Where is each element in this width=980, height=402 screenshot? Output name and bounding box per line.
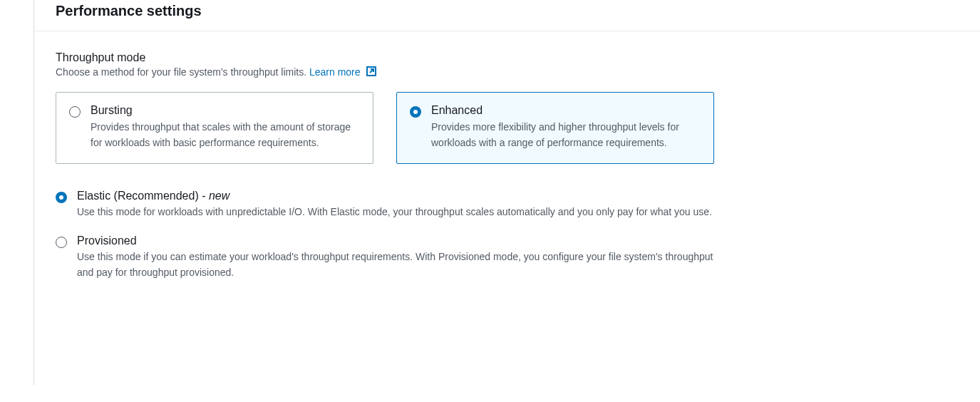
learn-more-text: Learn more	[309, 66, 361, 78]
section-title: Performance settings	[56, 3, 959, 19]
panel-header: Performance settings	[34, 0, 980, 31]
radio-bursting[interactable]	[69, 106, 81, 118]
option-elastic-description: Use this mode for workloads with unpredi…	[77, 204, 726, 220]
tile-bursting-content: Bursting Provides throughput that scales…	[91, 104, 360, 150]
tile-bursting-description: Provides throughput that scales with the…	[91, 120, 360, 150]
external-link-icon	[366, 66, 377, 79]
option-provisioned-description: Use this mode if you can estimate your w…	[77, 249, 726, 281]
option-elastic[interactable]: Elastic (Recommended) - new Use this mod…	[56, 190, 726, 220]
option-elastic-content: Elastic (Recommended) - new Use this mod…	[77, 190, 726, 220]
enhanced-sub-options: Elastic (Recommended) - new Use this mod…	[56, 190, 726, 280]
tile-enhanced-content: Enhanced Provides more flexibility and h…	[431, 104, 701, 150]
radio-provisioned[interactable]	[56, 237, 67, 248]
option-elastic-title-text: Elastic (Recommended)	[77, 190, 199, 202]
option-elastic-title: Elastic (Recommended) - new	[77, 190, 726, 202]
learn-more-link[interactable]: Learn more	[309, 66, 377, 78]
tile-bursting-title: Bursting	[91, 104, 360, 117]
tile-enhanced-description: Provides more flexibility and higher thr…	[431, 120, 701, 150]
option-provisioned-content: Provisioned Use this mode if you can est…	[77, 234, 726, 281]
option-provisioned-title: Provisioned	[77, 234, 726, 247]
new-badge: new	[209, 190, 229, 202]
throughput-mode-tiles: Bursting Provides throughput that scales…	[56, 92, 959, 164]
tile-bursting[interactable]: Bursting Provides throughput that scales…	[56, 92, 373, 164]
option-elastic-suffix: -	[199, 190, 209, 202]
throughput-description-text: Choose a method for your file system's t…	[56, 66, 309, 78]
throughput-label: Throughput mode	[56, 51, 959, 64]
tile-enhanced-title: Enhanced	[431, 104, 701, 117]
radio-enhanced[interactable]	[410, 106, 421, 118]
option-provisioned[interactable]: Provisioned Use this mode if you can est…	[56, 234, 726, 281]
left-rail	[0, 0, 34, 385]
tile-enhanced[interactable]: Enhanced Provides more flexibility and h…	[396, 92, 714, 164]
throughput-description: Choose a method for your file system's t…	[56, 66, 959, 79]
radio-elastic[interactable]	[56, 192, 67, 203]
panel-body: Throughput mode Choose a method for your…	[34, 31, 980, 309]
performance-settings-panel: Performance settings Throughput mode Cho…	[34, 0, 980, 385]
